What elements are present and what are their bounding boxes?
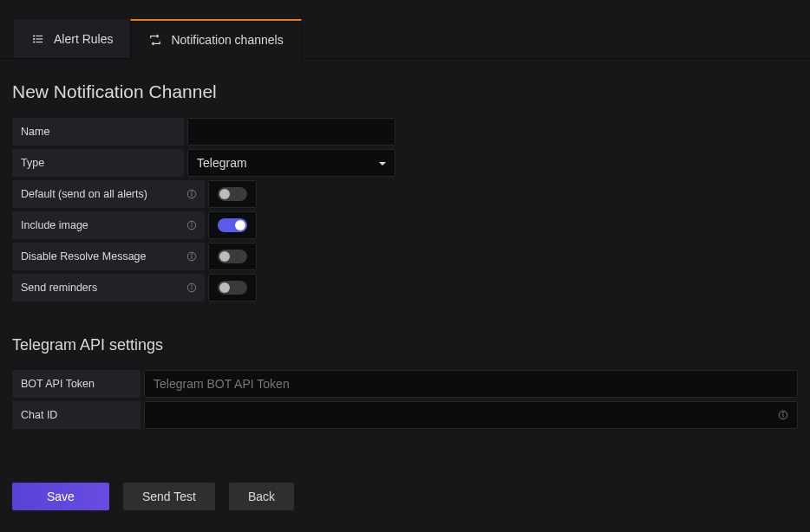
svg-point-4 (34, 38, 35, 39)
row-disable-resolve: Disable Resolve Message (12, 243, 798, 270)
toggle-disable-resolve[interactable] (218, 250, 247, 263)
save-button[interactable]: Save (12, 483, 109, 510)
tab-notification-channels[interactable]: Notification channels (130, 19, 301, 59)
tab-label: Notification channels (171, 33, 283, 47)
page-body: New Notification Channel Name Type Teleg… (0, 59, 810, 528)
name-input[interactable] (187, 118, 395, 146)
label-default: Default (send on all alerts) (12, 180, 205, 208)
info-icon[interactable] (186, 219, 198, 231)
toggle-include-image-wrap (208, 211, 257, 239)
label-send-reminders-text: Send reminders (21, 282, 97, 294)
tabbar: Alert Rules Notification channels (0, 0, 810, 59)
row-bot-token: BOT API Token (12, 370, 798, 398)
send-test-button[interactable]: Send Test (123, 483, 215, 510)
repeat-icon (148, 33, 162, 47)
button-row: Save Send Test Back (12, 483, 798, 510)
tab-label: Alert Rules (54, 32, 113, 46)
svg-point-15 (192, 254, 193, 255)
info-icon[interactable] (186, 250, 198, 263)
label-send-reminders: Send reminders (12, 274, 205, 302)
toggle-default-wrap (208, 180, 257, 208)
chat-id-input[interactable] (144, 401, 798, 429)
label-default-text: Default (send on all alerts) (21, 188, 147, 200)
type-select-value: Telegram (197, 156, 247, 170)
label-name: Name (12, 118, 184, 146)
api-section: Telegram API settings BOT API Token Chat… (12, 336, 798, 429)
info-icon[interactable] (186, 188, 198, 200)
row-name: Name (12, 118, 798, 146)
svg-point-5 (34, 42, 35, 42)
tab-alert-rules[interactable]: Alert Rules (14, 20, 130, 58)
page-title: New Notification Channel (12, 81, 798, 102)
api-section-title: Telegram API settings (12, 336, 798, 354)
row-chat-id: Chat ID (12, 401, 798, 429)
label-bot-token: BOT API Token (12, 370, 140, 398)
svg-point-3 (34, 36, 35, 36)
toggle-send-reminders[interactable] (218, 281, 247, 295)
label-disable-resolve: Disable Resolve Message (12, 243, 205, 270)
info-icon[interactable] (777, 409, 789, 421)
svg-marker-6 (379, 162, 386, 165)
svg-point-21 (783, 412, 784, 413)
row-type: Type Telegram (12, 149, 798, 177)
list-icon (31, 32, 45, 46)
info-icon[interactable] (186, 282, 198, 294)
back-button[interactable]: Back (229, 483, 294, 510)
toggle-disable-resolve-wrap (208, 243, 257, 270)
svg-point-9 (192, 191, 193, 192)
toggle-default[interactable] (218, 187, 247, 201)
row-include-image: Include image (12, 211, 798, 239)
bot-token-input[interactable] (144, 370, 798, 398)
chevron-down-icon (379, 156, 386, 170)
row-default: Default (send on all alerts) (12, 180, 798, 208)
row-send-reminders: Send reminders (12, 274, 798, 302)
label-chat-id: Chat ID (12, 401, 140, 429)
label-include-image: Include image (12, 211, 205, 239)
toggle-send-reminders-wrap (208, 274, 257, 302)
label-type: Type (12, 149, 184, 177)
label-include-image-text: Include image (21, 219, 88, 231)
svg-point-18 (192, 285, 193, 286)
toggle-include-image[interactable] (218, 218, 247, 232)
type-select[interactable]: Telegram (187, 149, 395, 177)
label-disable-resolve-text: Disable Resolve Message (21, 250, 147, 263)
svg-point-12 (192, 223, 193, 224)
